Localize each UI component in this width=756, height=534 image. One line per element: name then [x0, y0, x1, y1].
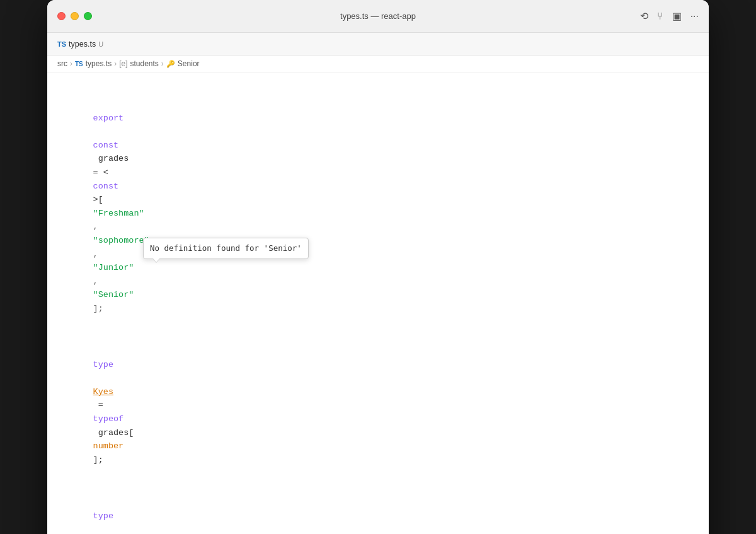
- history-icon[interactable]: ⟲: [640, 10, 648, 22]
- tooltip-text: No definition found for 'Senior': [150, 243, 302, 253]
- str-junior: "Junior": [93, 263, 134, 272]
- builtin-number: number: [93, 441, 124, 451]
- op-eq1: =: [93, 400, 108, 410]
- grades-ref: grades[: [93, 428, 134, 438]
- str-freshman: "Freshman": [93, 209, 144, 218]
- op-assign: = <: [93, 168, 108, 177]
- window-title: types.ts — react-app: [340, 11, 416, 21]
- close-button[interactable]: [57, 12, 66, 20]
- active-tab[interactable]: TS types.ts U: [57, 40, 103, 49]
- code-line-3: [47, 329, 709, 344]
- keyword-const2: const: [93, 182, 119, 191]
- op-gt: >[: [93, 195, 103, 204]
- minimize-button[interactable]: [71, 12, 79, 20]
- breadcrumb-ts-badge: TS: [75, 61, 83, 67]
- comma1: ,: [93, 222, 103, 231]
- breadcrumb-key-icon: 🔑: [166, 60, 175, 68]
- breadcrumb-students: students: [130, 59, 158, 68]
- code-line-4: type Kyes = typeof grades[ number ];: [47, 344, 709, 480]
- tab-modified: U: [98, 40, 103, 48]
- tooltip: No definition found for 'Senior': [143, 238, 309, 259]
- maximize-button[interactable]: [84, 12, 92, 20]
- breadcrumb-src: src: [57, 59, 67, 68]
- breadcrumb-sep3: ›: [161, 59, 164, 68]
- code-line-2: export const grades = < const >[ "Freshm…: [47, 98, 709, 329]
- keyword-type2: type: [93, 511, 113, 521]
- code-line-5: [47, 480, 709, 496]
- ts-badge: TS: [57, 40, 66, 48]
- type-kyes: Kyes: [93, 387, 113, 397]
- tab-filename: types.ts: [69, 40, 96, 49]
- code-line-6: type Students = Record < Kyes , string […: [47, 496, 709, 534]
- breadcrumb-sep2: ›: [114, 59, 117, 68]
- tab-bar: TS types.ts U: [47, 33, 709, 55]
- breadcrumb-filename: types.ts: [86, 59, 112, 68]
- breadcrumb-senior: Senior: [178, 59, 200, 68]
- space: [93, 127, 98, 136]
- space3: [93, 525, 98, 534]
- end-grades: ];: [93, 304, 103, 313]
- breadcrumb: src › TS types.ts › [e] students › 🔑 Sen…: [47, 55, 709, 73]
- breadcrumb-symbol-icon: [e]: [119, 59, 127, 68]
- code-line-1: [47, 83, 709, 98]
- keyword-const: const: [93, 141, 119, 150]
- keyword-type1: type: [93, 360, 113, 369]
- str-senior: "Senior": [93, 290, 134, 299]
- close-bracket: ];: [93, 455, 103, 465]
- var-grades: grades: [93, 154, 134, 163]
- str-sophomore: "sophomore": [93, 236, 149, 245]
- keyword-export: export: [93, 113, 124, 123]
- keyword-typeof: typeof: [93, 414, 124, 424]
- more-icon[interactable]: ···: [690, 11, 699, 22]
- toolbar-icons: ⟲ ⑂ ▣ ···: [640, 10, 699, 22]
- split-icon[interactable]: ▣: [672, 10, 682, 22]
- branch-icon[interactable]: ⑂: [657, 11, 663, 22]
- editor-area[interactable]: export const grades = < const >[ "Freshm…: [47, 73, 709, 534]
- titlebar: types.ts — react-app ⟲ ⑂ ▣ ···: [47, 0, 709, 33]
- comma2: ,: [93, 250, 103, 259]
- traffic-lights: [57, 12, 92, 20]
- comma3: ,: [93, 277, 103, 286]
- space2: [93, 373, 98, 383]
- editor-window: types.ts — react-app ⟲ ⑂ ▣ ··· TS types.…: [47, 0, 709, 534]
- breadcrumb-sep1: ›: [70, 59, 72, 68]
